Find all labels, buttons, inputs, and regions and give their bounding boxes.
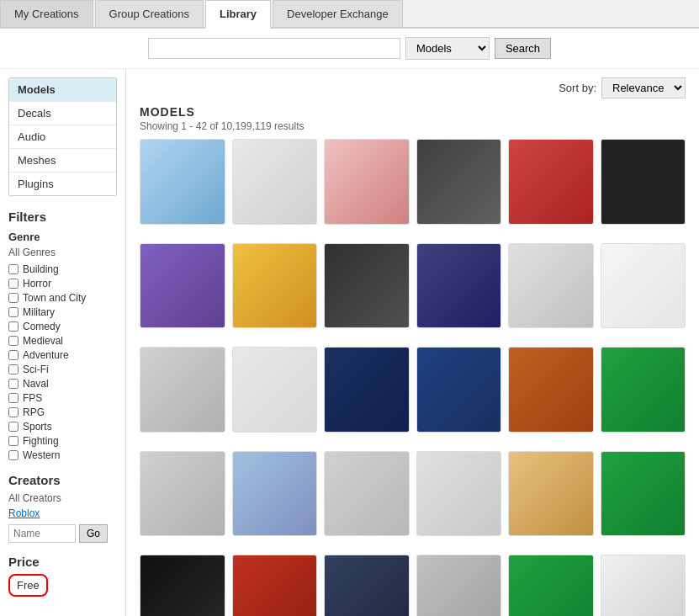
item-thumbnail xyxy=(416,139,502,225)
item-card[interactable] xyxy=(601,243,686,341)
genre-adventure-checkbox[interactable] xyxy=(8,350,19,360)
genre-section: Genre All Genres Building Horror Town an… xyxy=(8,231,117,461)
item-card[interactable] xyxy=(232,243,318,341)
genre-fps-checkbox[interactable] xyxy=(8,393,19,403)
genre-military[interactable]: Military xyxy=(8,306,117,318)
item-card[interactable] xyxy=(508,555,594,616)
item-card[interactable] xyxy=(508,451,594,549)
item-thumbnail xyxy=(416,243,502,329)
content-header: Sort by: Relevance MODELS Showing 1 - 42… xyxy=(140,77,686,132)
item-card[interactable] xyxy=(601,555,686,616)
item-label xyxy=(416,539,502,548)
genre-fighting-checkbox[interactable] xyxy=(8,436,19,446)
item-card[interactable] xyxy=(416,243,502,341)
item-card[interactable] xyxy=(140,139,225,236)
content-title: MODELS xyxy=(140,105,686,119)
item-thumbnail xyxy=(232,451,318,537)
category-select[interactable]: Models Decals Audio Meshes Plugins xyxy=(405,37,490,60)
item-card[interactable] xyxy=(232,347,318,444)
genre-town-city[interactable]: Town and City xyxy=(8,292,117,304)
item-card[interactable] xyxy=(324,555,410,616)
genre-horror[interactable]: Horror xyxy=(8,278,117,289)
sidebar-item-meshes[interactable]: Meshes xyxy=(9,149,116,173)
creator-name-input[interactable] xyxy=(8,524,76,543)
price-free-wrapper[interactable]: Free xyxy=(8,574,48,597)
genre-building[interactable]: Building xyxy=(8,263,117,275)
item-card[interactable] xyxy=(601,347,686,444)
sidebar-item-plugins[interactable]: Plugins xyxy=(9,173,116,195)
item-thumbnail xyxy=(601,347,686,433)
item-thumbnail xyxy=(140,555,225,616)
roblox-creator-link[interactable]: Roblox xyxy=(8,507,117,519)
sidebar-item-decals[interactable]: Decals xyxy=(9,102,116,125)
item-card[interactable] xyxy=(232,451,318,549)
search-input[interactable] xyxy=(148,38,400,59)
item-card[interactable] xyxy=(508,347,594,444)
item-card[interactable] xyxy=(601,451,686,549)
genre-scifi[interactable]: Sci-Fi xyxy=(8,364,117,375)
items-grid xyxy=(140,139,686,616)
genre-naval[interactable]: Naval xyxy=(8,378,117,390)
search-button[interactable]: Search xyxy=(495,38,551,59)
item-card[interactable] xyxy=(416,451,502,549)
genre-sports[interactable]: Sports xyxy=(8,421,117,433)
item-label xyxy=(324,435,410,444)
tab-group-creations[interactable]: Group Creations xyxy=(95,0,204,27)
creator-go-button[interactable]: Go xyxy=(79,524,108,543)
creator-input-row: Go xyxy=(8,524,117,543)
genre-sports-label: Sports xyxy=(23,421,52,433)
genre-rpg-checkbox[interactable] xyxy=(8,407,19,417)
genre-military-checkbox[interactable] xyxy=(8,307,19,317)
genre-medieval-checkbox[interactable] xyxy=(8,336,19,346)
item-card[interactable] xyxy=(324,451,410,549)
genre-naval-checkbox[interactable] xyxy=(8,379,19,389)
item-card[interactable] xyxy=(232,555,318,616)
genre-horror-checkbox[interactable] xyxy=(8,279,19,289)
item-card[interactable] xyxy=(140,451,225,549)
main-layout: Models Decals Audio Meshes Plugins Filte… xyxy=(0,69,699,616)
item-card[interactable] xyxy=(508,139,594,236)
genre-western-checkbox[interactable] xyxy=(8,450,19,460)
item-card[interactable] xyxy=(140,555,225,616)
sort-select[interactable]: Relevance xyxy=(601,77,686,98)
library-menu: Models Decals Audio Meshes Plugins xyxy=(8,77,117,196)
genre-scifi-checkbox[interactable] xyxy=(8,364,19,374)
item-card[interactable] xyxy=(601,139,686,236)
genre-naval-label: Naval xyxy=(23,378,49,390)
item-card[interactable] xyxy=(416,347,502,444)
genre-fps[interactable]: FPS xyxy=(8,392,117,404)
genre-western[interactable]: Western xyxy=(8,449,117,461)
sidebar-item-audio[interactable]: Audio xyxy=(9,125,116,149)
genre-rpg[interactable]: RPG xyxy=(8,406,117,418)
item-card[interactable] xyxy=(140,243,225,341)
sort-label: Sort by: xyxy=(559,82,596,94)
genre-town-city-checkbox[interactable] xyxy=(8,293,19,303)
item-label xyxy=(508,331,594,340)
item-thumbnail xyxy=(601,555,686,616)
genre-building-checkbox[interactable] xyxy=(8,264,19,274)
item-card[interactable] xyxy=(324,243,410,341)
genre-comedy-checkbox[interactable] xyxy=(8,321,19,332)
item-card[interactable] xyxy=(232,139,318,236)
item-label xyxy=(140,331,225,340)
genre-medieval[interactable]: Medieval xyxy=(8,335,117,347)
tab-my-creations[interactable]: My Creations xyxy=(0,0,93,27)
item-label xyxy=(140,435,225,444)
item-label xyxy=(416,331,502,340)
tab-developer-exchange[interactable]: Developer Exchange xyxy=(273,0,403,27)
item-card[interactable] xyxy=(324,139,410,236)
genre-comedy[interactable]: Comedy xyxy=(8,321,117,332)
genre-town-city-label: Town and City xyxy=(23,292,86,304)
item-card[interactable] xyxy=(416,555,502,616)
genre-fighting[interactable]: Fighting xyxy=(8,435,117,447)
item-card[interactable] xyxy=(324,347,410,444)
item-card[interactable] xyxy=(508,243,594,341)
tab-library[interactable]: Library xyxy=(205,0,271,29)
item-card[interactable] xyxy=(416,139,502,236)
genre-sports-checkbox[interactable] xyxy=(8,422,19,432)
genre-fps-label: FPS xyxy=(23,392,42,404)
sidebar-item-models[interactable]: Models xyxy=(9,78,116,102)
item-card[interactable] xyxy=(140,347,225,444)
genre-adventure[interactable]: Adventure xyxy=(8,349,117,361)
sidebar: Models Decals Audio Meshes Plugins Filte… xyxy=(0,69,126,616)
